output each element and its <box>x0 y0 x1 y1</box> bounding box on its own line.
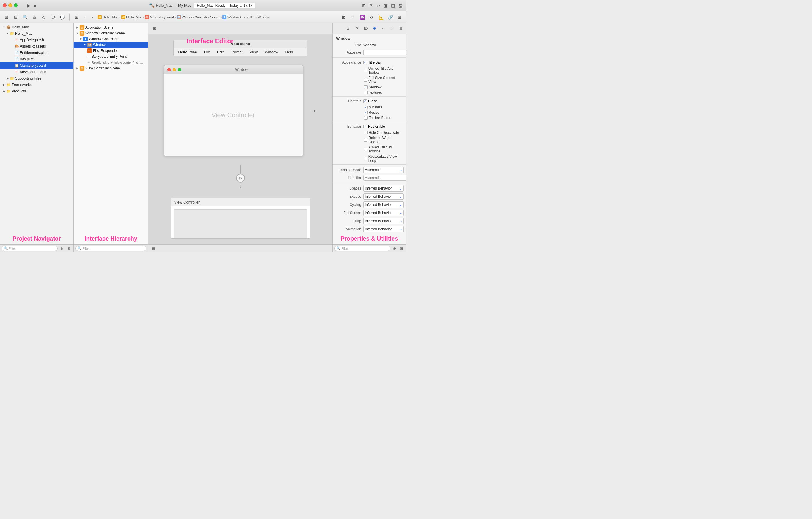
nav-sort-btn[interactable]: ⊞ <box>66 246 72 251</box>
organize-button[interactable]: ⊟ <box>12 13 20 21</box>
editor-layout-btn[interactable]: ⊞ <box>151 25 158 32</box>
cb-resize[interactable] <box>364 111 368 114</box>
expose-select[interactable]: Inferred Behavior ⌄ <box>364 193 404 200</box>
breadcrumb-window[interactable]: Window <box>258 16 269 19</box>
hier-window[interactable]: ▼ 🪟 Window <box>74 42 148 48</box>
fullscreen-select[interactable]: Inferred Behavior ⌄ <box>364 210 404 216</box>
nav-filter[interactable]: 🔍 Filter <box>2 246 58 251</box>
add-button[interactable]: ⊞ <box>2 13 10 21</box>
editor-zoom-fit[interactable]: ⊞ <box>151 246 156 251</box>
inspector-icon[interactable]: ▧ <box>397 3 403 8</box>
quick-help-inspector-btn[interactable]: ? <box>353 25 361 33</box>
cb-release-closed[interactable] <box>364 138 367 142</box>
hier-first-responder[interactable]: ↩ First Responder <box>74 48 148 54</box>
connections-inspector-btn[interactable]: ○ <box>388 25 396 33</box>
window-zoom[interactable] <box>178 68 181 72</box>
minimize-button[interactable] <box>8 3 12 7</box>
nav-item-app-delegate[interactable]: h AppDelegate.h <box>0 37 74 43</box>
menu-item-format[interactable]: Format <box>229 49 244 55</box>
animation-select[interactable]: Inferred Behavior ⌄ <box>364 226 404 233</box>
attributes-inspector-btn[interactable]: ⚙ <box>371 25 379 33</box>
stop-button[interactable]: ■ <box>32 3 37 8</box>
breadcrumb-wc-scene[interactable]: 🪟 Window Controller Scene <box>177 15 220 19</box>
bindings-inspector-btn[interactable]: ⊞ <box>397 25 405 33</box>
file-inspector-btn[interactable]: 🗎 <box>340 13 348 21</box>
cb-always-tooltips[interactable] <box>364 147 367 151</box>
identifier-input[interactable] <box>364 175 406 181</box>
cycling-select[interactable]: Inferred Behavior ⌄ <box>364 201 404 208</box>
window-close[interactable] <box>167 68 171 72</box>
quick-help-btn[interactable]: ? <box>349 13 357 21</box>
help-icon[interactable]: ? <box>368 3 374 8</box>
cb-unified[interactable] <box>364 69 367 72</box>
nav-item-info-plist[interactable]: 📄 Info.plist <box>0 56 74 62</box>
bookmark-button[interactable]: ◇ <box>40 13 48 21</box>
menu-item-app[interactable]: Hello_Mac <box>177 49 198 55</box>
warning-button[interactable]: ⚠ <box>30 13 38 21</box>
size-inspector-btn[interactable]: 📐 <box>377 13 385 21</box>
identity-inspector-btn[interactable]: ID <box>362 25 370 33</box>
hier-wc-scene[interactable]: ▼ ▤ Window Controller Scene <box>74 30 148 36</box>
menu-item-window[interactable]: Window <box>263 49 279 55</box>
hier-app-scene[interactable]: ▶ ▤ Application Scene <box>74 25 148 30</box>
breadcrumb-storyboard[interactable]: SB Main.storyboard <box>145 15 174 19</box>
hier-relationship[interactable]: → Relationship "window content" to "... <box>74 59 148 65</box>
menu-item-help[interactable]: Help <box>284 49 294 55</box>
forward-button[interactable]: › <box>89 14 96 21</box>
search-button[interactable]: 🔍 <box>21 13 29 21</box>
history-icon[interactable]: ↩ <box>375 3 381 8</box>
props-filter[interactable]: 🔍 Filter <box>334 246 390 251</box>
cb-recalculates[interactable] <box>364 157 367 160</box>
cb-title-bar[interactable] <box>364 61 367 64</box>
cb-hide-deactivate[interactable] <box>364 131 368 134</box>
props-footer-btn1[interactable]: ⊕ <box>392 246 397 251</box>
window-minimize[interactable] <box>173 68 176 72</box>
cb-restorable[interactable] <box>364 125 367 128</box>
navigator-toggle[interactable]: ⊞ <box>361 3 367 8</box>
nav-item-viewcontroller-h[interactable]: h ViewController.h <box>0 69 74 75</box>
maximize-button[interactable] <box>14 3 18 7</box>
nav-item-products[interactable]: 📁 Products <box>0 88 74 94</box>
cb-minimize[interactable] <box>364 106 368 109</box>
tiling-select[interactable]: Inferred Behavior ⌄ <box>364 218 404 224</box>
menu-item-file[interactable]: File <box>203 49 211 55</box>
play-button[interactable]: ▶ <box>26 3 32 8</box>
hier-filter[interactable]: 🔍 Filter <box>76 246 146 251</box>
connections-inspector-btn[interactable]: 🔗 <box>386 13 394 21</box>
cb-fullsize[interactable] <box>364 78 367 82</box>
layout-icon[interactable]: ▣ <box>383 3 388 8</box>
breadcrumb-hello-mac-1[interactable]: 📁 Hello_Mac <box>98 15 118 19</box>
nav-recent-btn[interactable]: ⊕ <box>59 246 65 251</box>
hier-vc-scene[interactable]: ▶ ▤ View Controller Scene <box>74 65 148 71</box>
editor-grid-button[interactable]: ⊞ <box>72 13 81 21</box>
cb-toolbar-btn[interactable] <box>364 116 368 119</box>
comment-button[interactable]: 💬 <box>58 13 66 21</box>
hier-wc[interactable]: ▼ 🎛 Window Controller <box>74 36 148 42</box>
nav-item-frameworks[interactable]: 📁 Frameworks <box>0 82 74 88</box>
spaces-select[interactable]: Inferred Behavior ⌄ <box>364 185 404 192</box>
breadcrumb-hello-mac-2[interactable]: 📁 Hello_Mac <box>121 15 142 19</box>
size-inspector-btn[interactable]: ↔ <box>379 25 387 33</box>
back-button[interactable]: ‹ <box>81 14 88 21</box>
menu-item-edit[interactable]: Edit <box>216 49 225 55</box>
tabbing-mode-select[interactable]: Automatic ⌄ <box>364 167 404 173</box>
autosave-input[interactable] <box>364 50 406 55</box>
props-footer-btn2[interactable]: ⊞ <box>399 246 404 251</box>
close-button[interactable] <box>3 3 7 7</box>
cb-textured[interactable] <box>364 91 368 94</box>
identity-inspector-btn[interactable]: 🆔 <box>358 13 366 21</box>
panel-icon[interactable]: ▤ <box>390 3 396 8</box>
breadcrumb-wc[interactable]: 🎛 Window Controller <box>222 15 255 19</box>
breakpoint-button[interactable]: ⬡ <box>49 13 57 21</box>
bindings-inspector-btn[interactable]: ⊞ <box>396 13 404 21</box>
nav-item-main-storyboard[interactable]: 📋 Main.storyboard <box>0 62 74 69</box>
hier-storyboard-entry[interactable]: → Storyboard Entry Point <box>74 54 148 59</box>
nav-item-assets[interactable]: 🎨 Assets.xcassets <box>0 43 74 50</box>
file-inspector-btn[interactable]: 🗎 <box>344 25 352 33</box>
cb-close[interactable] <box>364 100 367 103</box>
cb-shadow[interactable] <box>364 85 368 89</box>
nav-item-hello-mac-root[interactable]: 📦 Hello_Mac <box>0 24 74 30</box>
nav-item-entitlements[interactable]: 📄 Entitlements.plist <box>0 50 74 56</box>
attributes-inspector-btn[interactable]: ⚙ <box>368 13 376 21</box>
nav-item-supporting-files[interactable]: 📁 Supporting Files <box>0 75 74 82</box>
